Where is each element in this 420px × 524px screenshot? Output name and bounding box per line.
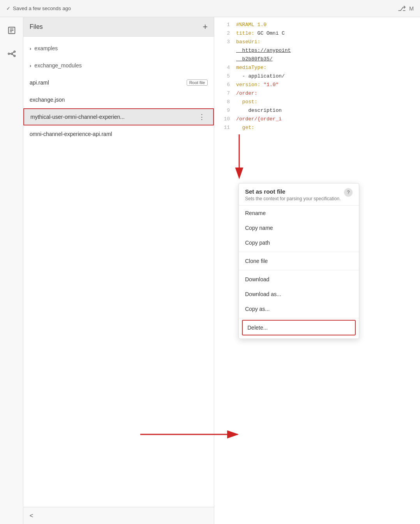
icon-sidebar bbox=[0, 17, 23, 524]
ctx-divider bbox=[239, 252, 359, 252]
files-header: Files + bbox=[23, 17, 214, 37]
ctx-delete[interactable]: Delete... bbox=[242, 320, 356, 335]
svg-point-6 bbox=[14, 51, 15, 53]
code-line: 3 baseUri: bbox=[214, 39, 420, 48]
git-icon: ⎇ bbox=[398, 4, 406, 13]
context-menu: Set as root file Sets the context for pa… bbox=[238, 183, 359, 339]
code-line: 2 title: GC Omni C bbox=[214, 30, 420, 39]
folder-name: exchange_modules bbox=[34, 62, 81, 69]
ctx-divider bbox=[239, 270, 359, 270]
code-line: 4 mediaType: bbox=[214, 65, 420, 73]
files-sidebar-icon[interactable] bbox=[5, 23, 19, 37]
list-item[interactable]: omni-channel-experience-api.raml bbox=[23, 125, 214, 143]
ctx-divider bbox=[239, 318, 359, 318]
code-line: 6 version: "1.0" bbox=[214, 82, 420, 90]
context-menu-subtitle: Sets the context for parsing your specif… bbox=[245, 196, 341, 202]
code-line: 9 description bbox=[214, 108, 420, 116]
ctx-download-as[interactable]: Download as... bbox=[239, 287, 359, 302]
ctx-rename[interactable]: Rename bbox=[239, 206, 359, 221]
list-item[interactable]: api.raml Root file bbox=[23, 74, 214, 91]
annotation-arrow-down bbox=[228, 132, 251, 179]
code-line: b2b80fb35/ bbox=[214, 56, 420, 65]
top-bar-right: ⎇ M bbox=[398, 4, 414, 13]
code-line: https://anypoint bbox=[214, 48, 420, 56]
file-name: api.raml bbox=[30, 79, 184, 86]
context-menu-help-button[interactable]: ? bbox=[344, 188, 353, 197]
ctx-copy-as[interactable]: Copy as... bbox=[239, 302, 359, 316]
add-file-button[interactable]: + bbox=[203, 23, 208, 31]
files-panel: Files + › examples › exchange_modules ap… bbox=[23, 17, 214, 524]
file-context-menu-button[interactable]: ⋮ bbox=[197, 113, 207, 121]
ctx-clone-file[interactable]: Clone file bbox=[239, 254, 359, 268]
save-status: ✓ Saved a few seconds ago bbox=[6, 5, 71, 11]
list-item[interactable]: exchange.json bbox=[23, 91, 214, 108]
list-item[interactable]: › examples bbox=[23, 40, 214, 57]
file-name: mythical-user-omni-channel-experien... bbox=[30, 114, 197, 120]
file-name: omni-channel-experience-api.raml bbox=[30, 131, 208, 137]
annotation-arrow-right bbox=[138, 425, 244, 444]
selected-file-item[interactable]: mythical-user-omni-channel-experien... ⋮ bbox=[23, 108, 214, 125]
ctx-copy-path[interactable]: Copy path bbox=[239, 235, 359, 250]
code-line: 7 /order: bbox=[214, 90, 420, 99]
folder-name: examples bbox=[34, 45, 58, 51]
collapse-bar: < bbox=[23, 507, 214, 524]
expand-arrow-icon: › bbox=[30, 46, 31, 51]
svg-line-9 bbox=[12, 52, 14, 53]
code-line: 1 #%RAML 1.0 bbox=[214, 22, 420, 30]
ctx-download[interactable]: Download bbox=[239, 272, 359, 287]
svg-point-4 bbox=[11, 53, 12, 55]
svg-line-10 bbox=[12, 54, 14, 55]
ctx-copy-name[interactable]: Copy name bbox=[239, 221, 359, 235]
svg-point-5 bbox=[8, 53, 9, 55]
top-bar: ✓ Saved a few seconds ago ⎇ M bbox=[0, 0, 420, 17]
code-line: 10 /order/{order_i bbox=[214, 116, 420, 125]
context-menu-header: Set as root file Sets the context for pa… bbox=[239, 183, 359, 206]
file-name: exchange.json bbox=[30, 97, 208, 103]
svg-point-7 bbox=[14, 55, 15, 57]
code-line: 11 get: bbox=[214, 125, 420, 133]
graph-sidebar-icon[interactable] bbox=[5, 47, 19, 61]
expand-arrow-icon: › bbox=[30, 63, 31, 69]
root-file-badge: Root file bbox=[187, 79, 208, 86]
code-line: 8 post: bbox=[214, 99, 420, 108]
collapse-panel-button[interactable]: < bbox=[30, 512, 33, 519]
files-panel-title: Files bbox=[30, 23, 43, 30]
context-menu-title: Set as root file bbox=[245, 188, 341, 195]
git-label: M bbox=[409, 5, 414, 12]
list-item[interactable]: › exchange_modules bbox=[23, 57, 214, 74]
code-line: 5 - application/ bbox=[214, 73, 420, 82]
check-icon: ✓ bbox=[6, 5, 11, 11]
save-status-text: Saved a few seconds ago bbox=[13, 5, 71, 11]
